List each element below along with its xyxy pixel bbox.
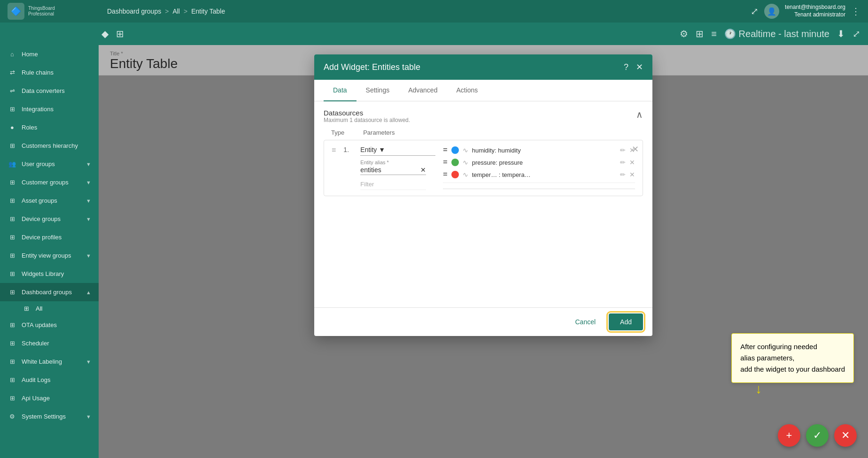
key-trend-3: ∿ xyxy=(463,171,468,178)
cancel-button[interactable]: Cancel xyxy=(567,314,603,329)
key-edit-pressure[interactable]: ✏ xyxy=(620,159,626,166)
dashboard-groups-icon: ⊞ xyxy=(8,289,17,296)
row-delete-button[interactable]: ✕ xyxy=(632,144,639,154)
logo-icon: 🔷 xyxy=(8,3,24,20)
sidebar-item-customers-hierarchy[interactable]: ⊞ Customers hierarchy xyxy=(0,137,99,155)
sidebar-item-customer-groups[interactable]: ⊞ Customer groups ▼ xyxy=(0,173,99,191)
fab-add-button[interactable]: + xyxy=(778,424,800,447)
sidebar-item-data-converters[interactable]: ⇌ Data converters xyxy=(0,82,99,100)
sidebar-label-home: Home xyxy=(22,51,91,58)
fab-area: + ✓ ✕ xyxy=(778,424,857,447)
key-equals-3: = xyxy=(443,170,447,179)
fab-check-button[interactable]: ✓ xyxy=(806,424,829,447)
tab-settings[interactable]: Settings xyxy=(356,80,399,101)
entity-alias-section: Entity alias * entities ✕ xyxy=(360,160,435,175)
key-trend-1: ∿ xyxy=(463,146,468,154)
add-button[interactable]: Add xyxy=(609,313,643,330)
top-nav-right: ⤢ 👤 tenant@thingsboard.org Tenant admini… xyxy=(751,4,860,19)
key-row-pressure: = ∿ pressure: pressure ✏ ✕ xyxy=(443,158,635,167)
asset-groups-icon: ⊞ xyxy=(8,197,17,204)
sidebar-label-dashboard-groups: Dashboard groups xyxy=(22,289,81,296)
sidebar-label-scheduler: Scheduler xyxy=(22,340,91,347)
content-area: Title * Entity Table Add Widget: Entitie… xyxy=(99,45,868,458)
more-button[interactable]: ⋮ xyxy=(851,6,860,17)
sidebar-item-dashboard-groups[interactable]: ⊞ Dashboard groups ▲ xyxy=(0,283,99,301)
datasources-columns: Type Parameters xyxy=(324,129,643,140)
chart-icon[interactable]: ⊞ xyxy=(696,28,704,39)
sidebar-label-customers-hierarchy: Customers hierarchy xyxy=(22,142,91,149)
entity-alias-clear-icon[interactable]: ✕ xyxy=(420,166,426,174)
filter-icon[interactable]: ≡ xyxy=(711,29,717,39)
modal-help-icon[interactable]: ? xyxy=(624,62,628,72)
tab-data[interactable]: Data xyxy=(324,80,356,101)
settings-icon[interactable]: ⚙ xyxy=(680,28,688,39)
sidebar-item-entity-view-groups[interactable]: ⊞ Entity view groups ▼ xyxy=(0,246,99,265)
sidebar-item-user-groups[interactable]: 👥 User groups ▼ xyxy=(0,155,99,173)
sidebar-item-asset-groups[interactable]: ⊞ Asset groups ▼ xyxy=(0,191,99,210)
fab-close-button[interactable]: ✕ xyxy=(834,424,857,447)
col-parameters: Parameters xyxy=(363,129,395,136)
sidebar-item-white-labeling[interactable]: ⊞ White Labeling ▼ xyxy=(0,352,99,371)
sidebar-item-integrations[interactable]: ⊞ Integrations xyxy=(0,100,99,118)
expand-icon[interactable]: ⤢ xyxy=(751,6,759,17)
user-groups-arrow: ▼ xyxy=(86,161,91,167)
key-delete-pressure[interactable]: ✕ xyxy=(629,159,635,166)
device-groups-icon: ⊞ xyxy=(8,215,17,222)
user-info: tenant@thingsboard.org Tenant administra… xyxy=(785,4,845,18)
white-labeling-arrow: ▼ xyxy=(86,359,91,365)
sidebar-item-device-groups[interactable]: ⊞ Device groups ▼ xyxy=(0,210,99,228)
sidebar-item-system-settings[interactable]: ⚙ System Settings ▼ xyxy=(0,407,99,426)
sidebar-label-customer-groups: Customer groups xyxy=(22,179,81,186)
rule-icon[interactable]: ◆ xyxy=(101,28,108,39)
sidebar-item-home[interactable]: ⌂ Home xyxy=(0,45,99,63)
collapse-icon[interactable]: ∧ xyxy=(636,109,643,120)
fullscreen-icon[interactable]: ⤢ xyxy=(852,28,860,39)
sidebar-item-widgets-library[interactable]: ⊞ Widgets Library xyxy=(0,265,99,283)
audit-logs-icon: ⊞ xyxy=(8,376,17,383)
sidebar-item-ota-updates[interactable]: ⊞ OTA updates xyxy=(0,316,99,334)
sidebar-item-audit-logs[interactable]: ⊞ Audit Logs xyxy=(0,371,99,389)
entity-type-select[interactable]: Entity ▼ xyxy=(360,146,435,156)
datasources-header: Datasources Maximum 1 datasource is allo… xyxy=(324,109,643,123)
user-avatar[interactable]: 👤 xyxy=(764,4,779,19)
api-usage-icon: ⊞ xyxy=(8,395,17,402)
breadcrumb-item-1[interactable]: Dashboard groups xyxy=(107,8,161,15)
entity-alias-input[interactable]: entities ✕ xyxy=(360,165,426,175)
customers-hierarchy-icon: ⊞ xyxy=(8,142,17,149)
breadcrumb-item-2[interactable]: All xyxy=(172,8,180,15)
key-equals-2: = xyxy=(443,158,447,167)
key-color-blue xyxy=(451,146,459,154)
user-role: Tenant administrator xyxy=(785,11,845,19)
sidebar-item-scheduler[interactable]: ⊞ Scheduler xyxy=(0,334,99,352)
sidebar-label-entity-view-groups: Entity view groups xyxy=(22,252,81,259)
entity-row-left: Entity ▼ Entity alias * entities ✕ xyxy=(360,146,435,190)
sidebar-label-white-labeling: White Labeling xyxy=(22,358,81,365)
sidebar-item-device-profiles[interactable]: ⊞ Device profiles xyxy=(0,228,99,246)
key-name-humidity: humidity: humidity xyxy=(472,147,616,154)
key-edit-humidity[interactable]: ✏ xyxy=(620,146,626,154)
download-icon[interactable]: ⬇ xyxy=(837,28,845,39)
sidebar-item-api-usage[interactable]: ⊞ Api Usage xyxy=(0,389,99,407)
entity-filter[interactable]: Filter xyxy=(360,179,426,190)
tooltip-arrow: ↓ xyxy=(755,382,762,396)
key-edit-temperature[interactable]: ✏ xyxy=(620,171,626,178)
customer-groups-icon: ⊞ xyxy=(8,179,17,186)
table-icon[interactable]: ⊞ xyxy=(116,28,124,39)
tab-actions[interactable]: Actions xyxy=(447,80,487,101)
modal-header: Add Widget: Entities table ? ✕ xyxy=(314,54,652,80)
sidebar-label-system-settings: System Settings xyxy=(22,413,81,420)
sidebar-item-rule-chains[interactable]: ⇄ Rule chains xyxy=(0,63,99,82)
key-color-green xyxy=(451,159,459,166)
tab-advanced[interactable]: Advanced xyxy=(399,80,447,101)
key-color-red xyxy=(451,171,459,178)
realtime-label[interactable]: 🕐 Realtime - last minute xyxy=(724,28,829,39)
key-delete-temperature[interactable]: ✕ xyxy=(629,171,635,178)
drag-handle[interactable]: ≡ xyxy=(332,146,336,154)
modal-title: Add Widget: Entities table xyxy=(324,62,624,72)
sidebar-item-roles[interactable]: ● Roles xyxy=(0,118,99,137)
sidebar: ⌂ Home ⇄ Rule chains ⇌ Data converters ⊞… xyxy=(0,45,99,458)
breadcrumb: Dashboard groups > All > Entity Table xyxy=(107,8,745,15)
logo-text: ThingsBoard Professional xyxy=(28,6,55,17)
modal-close-icon[interactable]: ✕ xyxy=(636,62,643,72)
sidebar-sub-item-all[interactable]: ⊞ All xyxy=(22,301,99,316)
